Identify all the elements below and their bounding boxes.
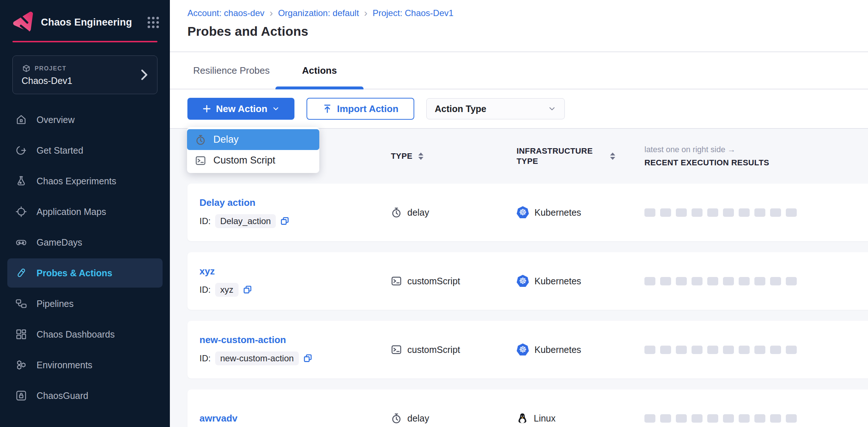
execution-result-placeholder xyxy=(786,346,797,354)
app-title: Chaos Engineering xyxy=(41,17,132,28)
get-started-icon xyxy=(15,145,27,156)
table-header-infrastructure-type[interactable]: INFRASTRUCTURE TYPE xyxy=(517,146,644,166)
project-label: PROJECT xyxy=(35,65,66,72)
sidebar-item-gamedays[interactable]: GameDays xyxy=(7,228,163,257)
sidebar-item-chaosguard[interactable]: ChaosGuard xyxy=(7,381,163,410)
app-switcher-grid-icon[interactable] xyxy=(148,17,159,28)
execution-result-placeholder xyxy=(739,414,750,423)
sidebar-item-chaos-experiments[interactable]: Chaos Experiments xyxy=(7,166,163,196)
execution-result-placeholder xyxy=(786,277,797,285)
sidebar-item-overview[interactable]: Overview xyxy=(7,105,163,134)
upload-icon xyxy=(322,104,332,114)
project-name: Chaos-Dev1 xyxy=(22,76,72,86)
id-label: ID: xyxy=(199,285,211,295)
action-id-value: Delay_action xyxy=(215,214,276,228)
tab-resilience-probes[interactable]: Resilience Probes xyxy=(187,52,275,89)
execution-result-placeholder xyxy=(707,277,718,285)
breadcrumb: Account: chaos-dev › Organization: defau… xyxy=(187,8,868,18)
execution-result-placeholder xyxy=(660,346,671,354)
copy-icon[interactable] xyxy=(303,354,313,363)
new-action-button[interactable]: New Action xyxy=(187,98,294,120)
chevron-down-icon xyxy=(548,104,556,113)
table-row: xyz ID: xyz customScript ☸ Kubernetes xyxy=(187,252,868,310)
test-tube-icon xyxy=(15,267,27,279)
execution-result-placeholder xyxy=(692,414,703,423)
table-header-results: latest one on right side → RECENT EXECUT… xyxy=(644,145,868,168)
sidebar-item-chaos-dashboards[interactable]: Chaos Dashboards xyxy=(7,320,163,349)
execution-result-placeholder xyxy=(692,208,703,217)
chevron-right-icon xyxy=(140,69,148,80)
page-header: Account: chaos-dev › Organization: defau… xyxy=(170,0,868,52)
execution-result-placeholder xyxy=(754,414,765,423)
execution-result-placeholder xyxy=(786,414,797,423)
recent-execution-results xyxy=(644,277,868,285)
execution-result-placeholder xyxy=(770,346,781,354)
recent-execution-results xyxy=(644,414,868,423)
kubernetes-icon: ☸ xyxy=(517,275,529,287)
breadcrumb-separator-icon: › xyxy=(270,9,273,18)
target-icon xyxy=(15,206,27,218)
stopwatch-icon xyxy=(195,134,206,145)
execution-result-placeholder xyxy=(739,208,750,217)
new-action-menu: Delay Custom Script xyxy=(187,127,319,173)
sidebar-item-get-started[interactable]: Get Started xyxy=(7,136,163,165)
pipelines-icon xyxy=(15,298,27,309)
menu-item-custom-script[interactable]: Custom Script xyxy=(187,150,319,171)
action-name-link[interactable]: new-custom-action xyxy=(199,334,286,346)
import-action-button[interactable]: Import Action xyxy=(307,98,414,120)
copy-icon[interactable] xyxy=(280,216,290,226)
sidebar: Chaos Engineering PROJECT Chaos-Dev1 Ove… xyxy=(0,0,170,427)
execution-result-placeholder xyxy=(644,414,655,423)
execution-result-placeholder xyxy=(644,346,655,354)
breadcrumb-account-link[interactable]: Account: chaos-dev xyxy=(187,8,264,18)
linux-icon xyxy=(517,412,528,424)
action-name-link[interactable]: Delay action xyxy=(199,197,255,208)
sidebar-item-application-maps[interactable]: Application Maps xyxy=(7,197,163,226)
breadcrumb-organization-link[interactable]: Organization: default xyxy=(278,8,359,18)
sort-icon[interactable] xyxy=(610,153,615,160)
execution-result-placeholder xyxy=(676,414,687,423)
execution-result-placeholder xyxy=(660,414,671,423)
execution-result-placeholder xyxy=(676,346,687,354)
action-id-value: new-custom-action xyxy=(215,351,299,365)
sidebar-item-probes-actions[interactable]: Probes & Actions xyxy=(7,258,163,288)
stopwatch-icon xyxy=(391,413,402,424)
plus-icon xyxy=(202,104,212,114)
action-name-link[interactable]: xyz xyxy=(199,266,215,277)
terminal-icon xyxy=(391,276,402,286)
execution-result-placeholder xyxy=(707,346,718,354)
id-label: ID: xyxy=(199,216,211,226)
breadcrumb-project-link[interactable]: Project: Chaos-Dev1 xyxy=(373,8,453,18)
sidebar-item-environments[interactable]: Environments xyxy=(7,350,163,380)
cube-icon xyxy=(22,64,31,73)
execution-result-placeholder xyxy=(723,346,734,354)
execution-result-placeholder xyxy=(754,346,765,354)
table-header-type[interactable]: TYPE xyxy=(391,151,517,161)
recent-execution-results xyxy=(644,346,868,354)
terminal-icon xyxy=(391,344,402,355)
table-row: awrvadv ID: delay Linux xyxy=(187,389,868,427)
sidebar-nav: Overview Get Started Chaos Experiments A… xyxy=(0,105,170,410)
execution-result-placeholder xyxy=(676,277,687,285)
sort-icon[interactable] xyxy=(418,153,423,160)
execution-result-placeholder xyxy=(770,208,781,217)
home-icon xyxy=(15,114,27,126)
action-name-link[interactable]: awrvadv xyxy=(199,413,237,424)
action-id-value: xyz xyxy=(215,283,239,297)
project-selector[interactable]: PROJECT Chaos-Dev1 xyxy=(12,55,157,94)
sidebar-item-pipelines[interactable]: Pipelines xyxy=(7,289,163,318)
tab-actions[interactable]: Actions xyxy=(275,52,363,89)
execution-result-placeholder xyxy=(770,414,781,423)
action-type-select[interactable]: Action Type xyxy=(426,98,565,119)
id-label: ID: xyxy=(199,353,211,363)
execution-result-placeholder xyxy=(739,346,750,354)
kubernetes-icon: ☸ xyxy=(517,206,529,219)
execution-result-placeholder xyxy=(692,346,703,354)
menu-item-delay[interactable]: Delay xyxy=(187,129,319,150)
execution-result-placeholder xyxy=(723,208,734,217)
stopwatch-icon xyxy=(391,207,402,218)
copy-icon[interactable] xyxy=(243,285,252,295)
recent-execution-results xyxy=(644,208,868,217)
toolbar: New Action Import Action Action Type xyxy=(170,89,868,129)
gamepad-icon xyxy=(15,236,27,248)
